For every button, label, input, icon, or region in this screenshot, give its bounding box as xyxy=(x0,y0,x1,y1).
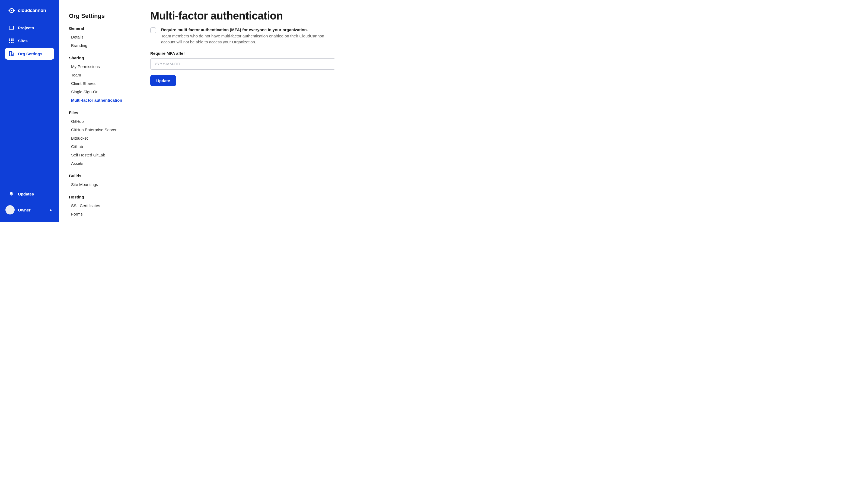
require-mfa-label: Require multi-factor authentication (MFA… xyxy=(161,27,327,32)
nav-item-label: Org Settings xyxy=(18,52,42,56)
settings-link-ghes[interactable]: GitHub Enterprise Server xyxy=(69,126,132,134)
settings-link-gitlab[interactable]: GitLab xyxy=(69,142,132,151)
svg-point-1 xyxy=(11,10,12,11)
svg-rect-4 xyxy=(9,26,13,29)
owner-label: Owner xyxy=(18,208,46,212)
updates-label: Updates xyxy=(18,192,34,196)
update-button[interactable]: Update xyxy=(150,75,176,86)
settings-link-mfa[interactable]: Multi-factor authentication xyxy=(69,96,132,104)
settings-link-ssl[interactable]: SSL Certificates xyxy=(69,201,132,210)
require-mfa-description: Team members who do not have multi-facto… xyxy=(161,33,327,45)
nav-item-org-settings[interactable]: Org Settings xyxy=(5,48,54,60)
brand-logo[interactable]: cloudcannon xyxy=(0,5,59,22)
nav-item-sites[interactable]: Sites xyxy=(5,35,54,46)
settings-link-my-permissions[interactable]: My Permissions xyxy=(69,62,132,71)
chevron-right-icon: ▶ xyxy=(50,208,52,212)
settings-link-site-mountings[interactable]: Site Mountings xyxy=(69,180,132,189)
main-content: Multi-factor authentication Require mult… xyxy=(140,0,391,222)
nav-item-label: Projects xyxy=(18,26,34,30)
org-settings-icon xyxy=(9,51,14,56)
avatar xyxy=(5,205,14,215)
projects-icon xyxy=(9,25,14,30)
page-title: Multi-factor authentication xyxy=(150,10,378,22)
bell-icon xyxy=(9,191,14,197)
settings-sidebar: Org Settings General Details Branding Sh… xyxy=(59,0,140,222)
svg-point-16 xyxy=(12,55,13,56)
settings-link-branding[interactable]: Branding xyxy=(69,41,132,50)
settings-link-details[interactable]: Details xyxy=(69,33,132,41)
settings-link-assets[interactable]: Assets xyxy=(69,159,132,167)
svg-point-3 xyxy=(13,10,15,11)
settings-link-client-shares[interactable]: Client Shares xyxy=(69,79,132,88)
settings-link-team[interactable]: Team xyxy=(69,71,132,79)
group-header-builds: Builds xyxy=(69,173,132,178)
svg-rect-10 xyxy=(12,40,13,41)
svg-rect-13 xyxy=(12,42,13,43)
svg-rect-9 xyxy=(11,40,12,41)
group-header-sharing: Sharing xyxy=(69,56,132,60)
owner-menu[interactable]: Owner ▶ xyxy=(5,202,54,217)
group-header-files: Files xyxy=(69,110,132,115)
group-header-hosting: Hosting xyxy=(69,195,132,199)
svg-rect-5 xyxy=(9,38,10,40)
svg-rect-6 xyxy=(11,38,12,40)
settings-link-self-hosted-gitlab[interactable]: Self Hosted GitLab xyxy=(69,151,132,159)
nav-item-projects[interactable]: Projects xyxy=(5,22,54,34)
sidebar-bottom: Updates Owner ▶ xyxy=(0,188,59,217)
settings-link-sso[interactable]: Single Sign-On xyxy=(69,88,132,96)
svg-rect-12 xyxy=(11,42,12,43)
nav-item-updates[interactable]: Updates xyxy=(5,188,54,200)
primary-sidebar: cloudcannon Projects xyxy=(0,0,59,222)
svg-rect-8 xyxy=(9,40,10,41)
primary-nav: Projects Sites xyxy=(0,22,59,61)
svg-rect-7 xyxy=(12,38,13,40)
svg-rect-14 xyxy=(9,52,12,56)
brand-name: cloudcannon xyxy=(18,8,46,13)
settings-link-github[interactable]: GitHub xyxy=(69,117,132,126)
settings-link-bitbucket[interactable]: Bitbucket xyxy=(69,134,132,142)
nav-item-label: Sites xyxy=(18,38,28,43)
require-mfa-checkbox[interactable] xyxy=(150,27,156,33)
require-mfa-checkbox-row: Require multi-factor authentication (MFA… xyxy=(150,27,378,45)
settings-link-forms[interactable]: Forms xyxy=(69,210,132,218)
mfa-date-label: Require MFA after xyxy=(150,51,378,56)
settings-title: Org Settings xyxy=(69,12,132,20)
cloudcannon-logo-icon xyxy=(8,7,15,14)
mfa-date-input[interactable] xyxy=(150,58,335,70)
svg-rect-11 xyxy=(9,42,10,43)
svg-point-2 xyxy=(8,10,10,11)
sites-icon xyxy=(9,38,14,43)
group-header-general: General xyxy=(69,26,132,31)
